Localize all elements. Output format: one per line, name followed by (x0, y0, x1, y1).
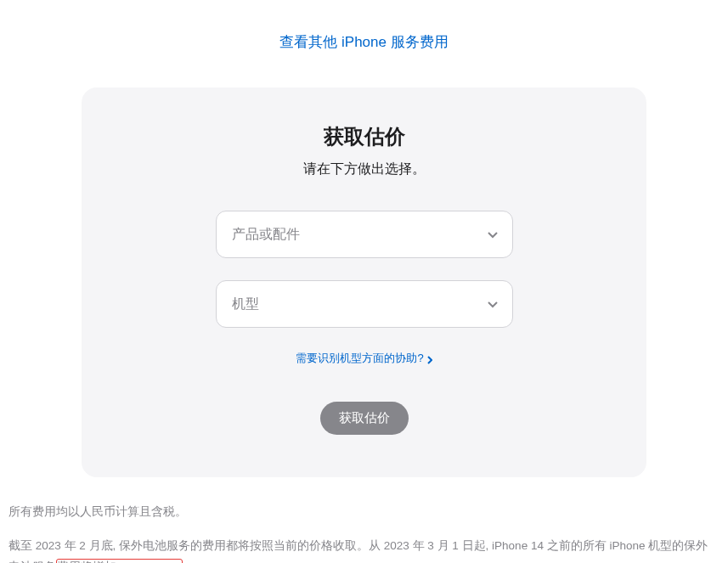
footer-price-note: 截至 2023 年 2 月底, 保外电池服务的费用都将按照当前的价格收取。从 2… (8, 535, 720, 563)
price-increase-highlight: 费用将增加 RMB 169。 (56, 559, 183, 563)
estimate-card: 获取估价 请在下方做出选择。 产品或配件 机型 需要识别机型方面的协助? 获取估… (82, 87, 646, 477)
card-subtitle: 请在下方做出选择。 (116, 160, 612, 178)
model-select-placeholder: 机型 (232, 296, 259, 313)
chevron-down-icon (487, 298, 499, 310)
other-services-link[interactable]: 查看其他 iPhone 服务费用 (279, 34, 448, 50)
product-select-wrapper: 产品或配件 (216, 211, 513, 258)
product-select-placeholder: 产品或配件 (232, 226, 300, 244)
card-title: 获取估价 (116, 123, 612, 150)
footer-notes: 所有费用均以人民币计算且含税。 截至 2023 年 2 月底, 保外电池服务的费… (0, 477, 728, 563)
submit-row: 获取估价 (116, 402, 612, 435)
product-select[interactable]: 产品或配件 (216, 211, 513, 258)
model-select[interactable]: 机型 (216, 280, 513, 328)
model-select-wrapper: 机型 (216, 280, 513, 328)
chevron-down-icon (487, 228, 499, 240)
top-link-section: 查看其他 iPhone 服务费用 (0, 0, 728, 69)
chevron-right-icon (427, 354, 432, 363)
footer-tax-note: 所有费用均以人民币计算且含税。 (8, 501, 720, 523)
help-link-label: 需要识别机型方面的协助? (296, 351, 423, 366)
identify-model-help-link[interactable]: 需要识别机型方面的协助? (296, 351, 432, 366)
get-estimate-button[interactable]: 获取估价 (320, 402, 409, 435)
